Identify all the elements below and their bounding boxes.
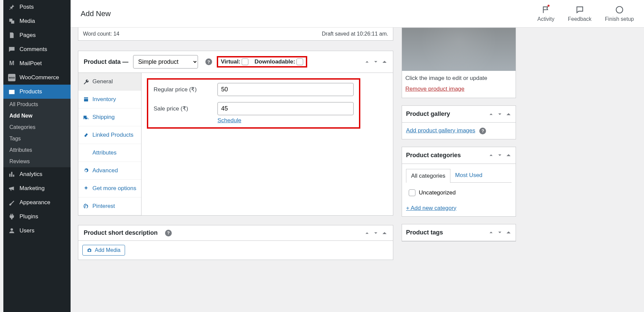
chevron-up-icon[interactable]: [488, 152, 494, 158]
tab-more[interactable]: Get more options: [78, 180, 141, 197]
tab-shipping[interactable]: Shipping: [78, 108, 141, 126]
tags-title: Product tags: [406, 229, 443, 236]
product-type-select[interactable]: Simple product: [133, 55, 198, 69]
submenu-categories[interactable]: Categories: [3, 122, 71, 133]
tab-advanced[interactable]: Advanced: [78, 162, 141, 180]
caret-up-icon[interactable]: [381, 59, 388, 65]
product-data-panel: Product data — Simple product ? Virtual:…: [78, 51, 393, 216]
chevron-up-icon[interactable]: [364, 59, 370, 65]
add-gallery-link[interactable]: Add product gallery images: [406, 127, 475, 134]
menu-comments[interactable]: Comments: [3, 42, 71, 56]
feedback-button[interactable]: Feedback: [568, 5, 591, 22]
menu-appearance[interactable]: Appearance: [3, 195, 71, 210]
category-checkbox[interactable]: [409, 189, 415, 196]
tab-content-general: Regular price (₹) Sale price (₹) Schedul…: [142, 73, 393, 215]
menu-label: Plugins: [19, 213, 38, 220]
help-icon[interactable]: ?: [165, 230, 172, 236]
brush-icon: [8, 199, 15, 206]
category-label: Uncategorized: [419, 189, 456, 196]
draft-saved: Draft saved at 10:26:11 am.: [322, 31, 388, 37]
product-image-preview[interactable]: [402, 28, 516, 71]
tab-attributes[interactable]: Attributes: [78, 144, 141, 162]
panel-toggle-actions: [364, 230, 388, 236]
menu-posts[interactable]: Posts: [3, 0, 71, 14]
help-icon[interactable]: ?: [205, 58, 212, 65]
product-gallery-panel: Product gallery Add product gallery imag…: [402, 105, 516, 139]
menu-label: MailPoet: [19, 60, 42, 67]
chevron-up-icon[interactable]: [488, 229, 494, 235]
chevron-up-icon[interactable]: [488, 111, 494, 117]
chevron-down-icon[interactable]: [497, 152, 503, 158]
submenu-attributes[interactable]: Attributes: [3, 144, 71, 156]
add-media-button[interactable]: Add Media: [82, 245, 125, 256]
menu-users[interactable]: Users: [3, 224, 71, 238]
tab-inventory[interactable]: Inventory: [78, 91, 141, 108]
schedule-link[interactable]: Schedule: [217, 117, 241, 124]
caret-up-icon[interactable]: [381, 230, 388, 236]
panel-toggle-actions: [488, 152, 512, 158]
activity-button[interactable]: Activity: [537, 5, 555, 22]
chevron-down-icon[interactable]: [497, 229, 503, 235]
notification-dot: [548, 5, 550, 7]
add-category-link[interactable]: + Add new category: [406, 205, 456, 211]
submenu-reviews[interactable]: Reviews: [3, 156, 71, 167]
menu-woocommerce[interactable]: wooWooCommerce: [3, 71, 71, 85]
topbar: Add New Activity Feedback Finish setup: [71, 0, 644, 28]
virtual-checkbox[interactable]: [242, 58, 248, 65]
analytics-icon: [8, 171, 15, 178]
menu-plugins[interactable]: Plugins: [3, 210, 71, 224]
menu-label: Comments: [19, 46, 47, 53]
category-tabs: All categories Most Used: [406, 169, 512, 183]
regular-price-input[interactable]: [217, 83, 354, 96]
caret-up-icon[interactable]: [506, 229, 512, 235]
tab-label: Get more options: [92, 185, 136, 192]
caret-up-icon[interactable]: [506, 152, 512, 158]
chevron-up-icon[interactable]: [364, 230, 370, 236]
chevron-down-icon[interactable]: [373, 230, 379, 236]
highlight-prices: Regular price (₹) Sale price (₹) Schedul…: [147, 78, 360, 129]
tab-most-used[interactable]: Most Used: [450, 169, 487, 182]
user-icon: [8, 227, 15, 234]
remove-image-link[interactable]: Remove product image: [402, 86, 516, 92]
chevron-down-icon[interactable]: [497, 111, 503, 117]
sale-price-row: Sale price (₹): [154, 102, 354, 115]
tab-pinterest[interactable]: Pinterest: [78, 197, 141, 215]
tab-all-categories[interactable]: All categories: [406, 169, 450, 183]
product-image-box: Click the image to edit or update Remove…: [402, 28, 516, 98]
menu-analytics[interactable]: Analytics: [3, 167, 71, 181]
chevron-down-icon[interactable]: [373, 59, 379, 65]
main-column: Word count: 14 Draft saved at 10:26:11 a…: [78, 28, 393, 269]
gear-icon: [83, 168, 89, 174]
submenu-tags[interactable]: Tags: [3, 133, 71, 144]
wrench-icon: [83, 79, 89, 85]
menu-pages[interactable]: Pages: [3, 28, 71, 42]
tab-linked[interactable]: Linked Products: [78, 126, 141, 144]
product-data-head: Product data — Simple product ? Virtual:…: [78, 51, 393, 73]
menu-products[interactable]: Products: [3, 85, 71, 99]
camera-icon: [87, 248, 92, 253]
tab-label: Attributes: [92, 149, 117, 156]
menu-mailpoet[interactable]: MMailPoet: [3, 56, 71, 71]
products-icon: [8, 88, 15, 95]
submenu-add-new[interactable]: Add New: [3, 110, 71, 122]
caret-up-icon[interactable]: [506, 111, 512, 117]
page-title: Add New: [81, 9, 111, 18]
submenu-all-products[interactable]: All Products: [3, 99, 71, 110]
products-submenu: All Products Add New Categories Tags Att…: [3, 99, 71, 167]
tab-general[interactable]: General: [78, 73, 141, 91]
menu-label: Marketing: [19, 185, 45, 192]
woo-icon: woo: [8, 74, 15, 81]
pages-icon: [8, 32, 15, 39]
sale-price-input[interactable]: [217, 102, 354, 115]
menu-label: Appearance: [19, 199, 50, 206]
downloadable-checkbox[interactable]: [296, 58, 303, 65]
menu-label: Products: [19, 88, 42, 95]
tab-label: Shipping: [92, 114, 115, 121]
product-categories-panel: Product categories All categories Most U…: [402, 147, 516, 217]
category-item: Uncategorized: [406, 187, 512, 198]
help-icon[interactable]: ?: [479, 128, 486, 134]
finish-setup-button[interactable]: Finish setup: [605, 5, 634, 22]
menu-media[interactable]: Media: [3, 14, 71, 28]
menu-marketing[interactable]: Marketing: [3, 181, 71, 195]
sale-price-label: Sale price (₹): [154, 105, 211, 112]
